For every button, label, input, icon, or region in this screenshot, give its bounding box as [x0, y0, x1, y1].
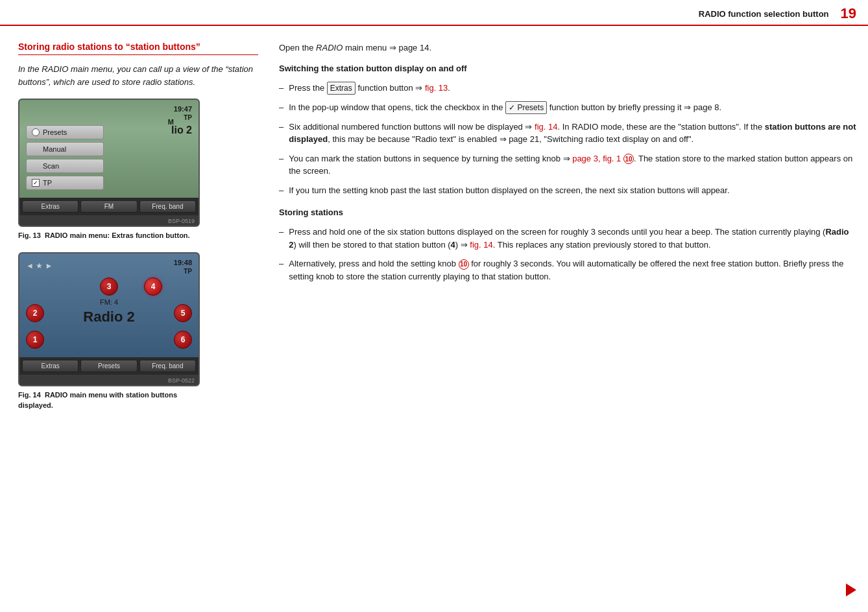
- fig13-caption: Fig. 13 RADIO main menu: Extras function…: [18, 231, 200, 241]
- fig14-freqband-btn: Freq. band: [139, 360, 196, 372]
- fig14-row3: 1 6: [26, 331, 192, 349]
- fig14-bsp: BSP-0522: [19, 376, 199, 385]
- bullet-item-2-content: In the pop-up window that opens, tick th…: [289, 101, 856, 114]
- bullet-item-4-content: You can mark the station buttons in sequ…: [289, 152, 856, 178]
- num4-bold: 4: [451, 240, 455, 250]
- fig14-station-6: 6: [174, 331, 192, 349]
- fig13-time: 19:47: [174, 105, 192, 113]
- fig14-extras-btn: Extras: [22, 360, 78, 372]
- fig14-station-grid: 3 4 2 FM: 4 Radio 2 5: [26, 277, 192, 349]
- fig14-spacer1: [56, 277, 74, 296]
- bullet-item-2: In the pop-up window that opens, tick th…: [279, 98, 856, 117]
- fig14-center-info: FM: 4 Radio 2: [83, 298, 134, 328]
- tp-btn: ✓ TP: [26, 176, 104, 190]
- fig14-station-2: 2: [26, 304, 44, 322]
- subsection2-list: Press and hold one of the six station bu…: [279, 222, 856, 286]
- fig14-station-5: 5: [174, 304, 192, 322]
- fig14-bottom-buttons: Extras Presets Freq. band: [19, 357, 199, 375]
- fig13-bsp: BSP-0519: [19, 217, 199, 226]
- fig13-wrapper: 19:47 TP M lio 2 Presets M: [18, 99, 258, 241]
- presets-circle: [32, 128, 40, 136]
- tp-label: TP: [43, 179, 52, 187]
- subsection2-title: Storing stations: [279, 207, 856, 217]
- right-intro: Open the RADIO main menu ⇒ page 14.: [279, 41, 856, 54]
- bullet-item-5-content: If you turn the setting knob past the la…: [289, 184, 856, 197]
- section-title: Storing radio stations to “station butto…: [18, 41, 258, 55]
- fig13-tp: TP: [174, 114, 192, 121]
- fig14-top: ◄ ★ ► 19:48 TP: [26, 259, 192, 275]
- tp-checkbox: ✓: [32, 179, 40, 187]
- fig14-time-tp: 19:48 TP: [174, 259, 192, 275]
- fig14-station-4: 4: [144, 277, 162, 296]
- fig13-bottom-buttons: Extras FM Freq. band: [19, 198, 199, 215]
- fig14-spacer2: [100, 331, 118, 349]
- content-area: Storing radio stations to “station butto…: [0, 26, 868, 438]
- bullet-item-3: Six additional numbered function buttons…: [279, 117, 856, 149]
- presets-inline-btn: ✓ Presets: [505, 101, 547, 114]
- fm-btn: FM: [80, 200, 137, 213]
- extras-btn: Extras: [22, 200, 78, 213]
- fig13-screen: 19:47 TP M lio 2 Presets M: [19, 100, 199, 198]
- left-column: Storing radio stations to “station butto…: [18, 41, 258, 422]
- fig13-caption-bold: Fig. 13 RADIO main menu: Extras function…: [18, 231, 190, 239]
- fig14-row1: 3 4: [26, 277, 192, 296]
- fig13-radio-label: lio 2: [171, 124, 192, 136]
- bullet-item-5: If you turn the setting knob past the la…: [279, 181, 856, 200]
- presets-label: Presets: [43, 128, 67, 136]
- fig14-station-1: 1: [26, 331, 44, 349]
- fig14-fm-info: FM: 4: [83, 298, 134, 306]
- storing-item-1: Press and hold one of the six station bu…: [279, 222, 856, 254]
- header-title: RADIO function selection button: [699, 9, 829, 19]
- intro-text: In the RADIO main menu, you can call up …: [18, 63, 258, 88]
- scan-btn: Scan: [26, 159, 104, 173]
- bullet-item-3-content: Six additional numbered function buttons…: [289, 121, 856, 146]
- bullet-item-1: Press the Extras function button ⇒ fig. …: [279, 78, 856, 98]
- fig14-radio-label: Radio 2: [83, 309, 134, 325]
- subsection1-title: Switching the station button display on …: [279, 64, 856, 73]
- fig14-display: ◄ ★ ► 19:48 TP 3 4: [18, 252, 200, 386]
- link-fig14-1: fig. 14: [535, 122, 557, 132]
- bullet-item-4: You can mark the station buttons in sequ…: [279, 149, 856, 181]
- link-page3: page 3, fig. 1: [572, 154, 621, 163]
- right-column: Open the RADIO main menu ⇒ page 14. Swit…: [279, 41, 856, 422]
- link-fig14-2: fig. 14: [470, 240, 492, 250]
- manual-btn: Manual: [26, 142, 104, 156]
- circle-10-1: 10: [623, 154, 634, 164]
- fig14-left-nav: ◄ ★ ►: [26, 261, 53, 270]
- fig14-station-3: 3: [100, 277, 118, 296]
- fig13-top-row: 19:47 TP: [26, 105, 192, 121]
- fig13-right-info: 19:47 TP: [174, 105, 192, 121]
- bullet-item-1-content: Press the Extras function button ⇒ fig. …: [289, 82, 856, 95]
- scan-label: Scan: [43, 162, 59, 170]
- fig14-caption-bold: Fig. 14 RADIO main menu with station but…: [18, 391, 177, 408]
- fig14-tp: TP: [174, 268, 192, 275]
- fig14-screen: ◄ ★ ► 19:48 TP 3 4: [19, 253, 199, 357]
- fig13-menu-list: Presets Manual Scan ✓ TP: [26, 125, 192, 190]
- manual-label: Manual: [43, 145, 66, 153]
- radio2-bold: Radio 2: [289, 227, 849, 250]
- storing-item-2: Alternatively, press and hold the settin…: [279, 254, 856, 286]
- circle-10-2: 10: [459, 259, 469, 270]
- fig14-caption: Fig. 14 RADIO main menu with station but…: [18, 390, 200, 410]
- next-page-arrow: [846, 583, 856, 596]
- page-header: RADIO function selection button 19: [0, 0, 868, 26]
- bold-not-displayed: station buttons are not displayed: [289, 122, 856, 145]
- extras-inline-btn: Extras: [327, 82, 356, 95]
- fig14-presets-btn: Presets: [80, 360, 137, 372]
- fig14-row2: 2 FM: 4 Radio 2 5: [26, 298, 192, 328]
- freqband-btn: Freq. band: [139, 200, 196, 213]
- fig13-menu: [26, 105, 110, 121]
- fig13-display: 19:47 TP M lio 2 Presets M: [18, 99, 200, 227]
- link-fig13: fig. 13: [425, 83, 448, 93]
- fig14-wrapper: ◄ ★ ► 19:48 TP 3 4: [18, 252, 258, 410]
- radio-italic: RADIO: [316, 43, 343, 53]
- storing-item-2-content: Alternatively, press and hold the settin…: [289, 257, 856, 283]
- fig14-time: 19:48: [174, 259, 192, 266]
- presets-btn: Presets: [26, 125, 104, 139]
- storing-item-1-content: Press and hold one of the six station bu…: [289, 226, 856, 251]
- page-number: 19: [841, 5, 856, 22]
- subsection1-list: Press the Extras function button ⇒ fig. …: [279, 78, 856, 200]
